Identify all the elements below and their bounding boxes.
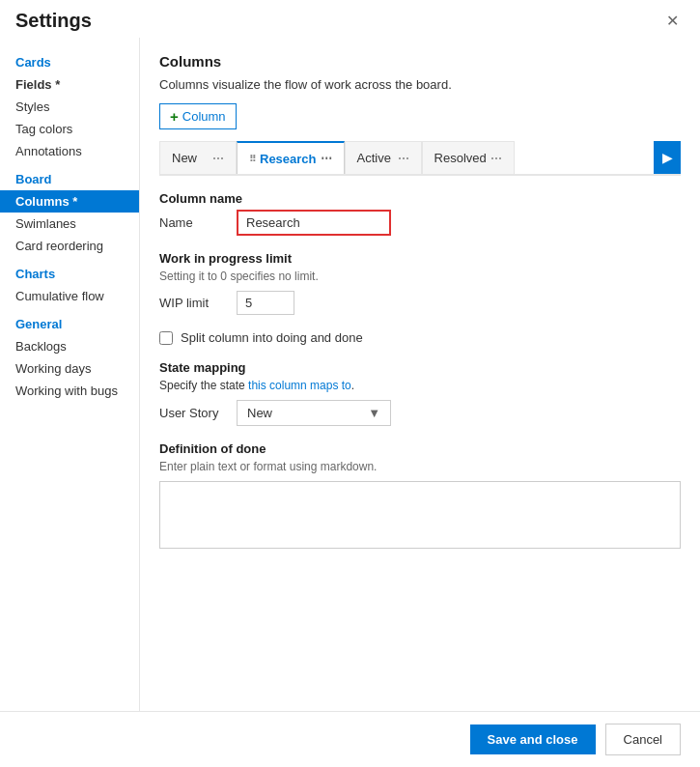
add-column-button[interactable]: + Column [159, 103, 237, 129]
user-story-value: New [247, 406, 272, 420]
chevron-down-icon: ▼ [368, 406, 380, 420]
sidebar-item-backlogs[interactable]: Backlogs [0, 335, 139, 357]
split-column-label[interactable]: Split column into doing and done [181, 330, 363, 345]
wip-label: WIP limit [159, 296, 227, 310]
tab-new[interactable]: New ⋯ [159, 141, 237, 174]
drag-icon: ⠿ [249, 154, 256, 164]
tab-resolved-label: Resolved [434, 151, 487, 165]
sidebar-item-columns[interactable]: Columns * [0, 190, 139, 213]
wip-input[interactable] [237, 291, 294, 315]
user-story-select[interactable]: New ▼ [237, 400, 391, 426]
settings-dialog: Settings ✕ Cards Fields * Styles Tag col… [0, 0, 700, 767]
sidebar-section-charts: Charts [0, 257, 139, 285]
sidebar-item-working-days[interactable]: Working days [0, 357, 139, 380]
markdown-link[interactable]: markdown [321, 460, 374, 473]
column-name-title: Column name [159, 191, 681, 206]
main-content: Columns Columns visualize the flow of wo… [140, 38, 700, 711]
dialog-footer: Save and close Cancel [0, 711, 700, 767]
user-story-row: User Story New ▼ [159, 400, 681, 426]
column-name-section: Column name Name [159, 191, 681, 236]
sidebar-item-card-reordering[interactable]: Card reordering [0, 235, 139, 257]
tabs-arrow-button[interactable]: ▶ [654, 141, 681, 174]
split-column-row: Split column into doing and done [159, 330, 681, 345]
sidebar-item-annotations[interactable]: Annotations [0, 140, 139, 162]
name-row: Name [159, 210, 681, 236]
page-title: Columns [159, 53, 681, 70]
sidebar-item-styles[interactable]: Styles [0, 96, 139, 118]
dod-textarea[interactable] [159, 481, 681, 549]
dialog-header: Settings ✕ [0, 0, 700, 38]
tab-research-more-icon[interactable]: ⋯ [321, 152, 332, 165]
sidebar-item-cumulative-flow[interactable]: Cumulative flow [0, 285, 139, 307]
wip-row: WIP limit [159, 291, 681, 315]
dialog-title: Settings [15, 10, 92, 32]
close-button[interactable]: ✕ [660, 12, 685, 31]
wip-description: Setting it to 0 specifies no limit. [159, 270, 681, 283]
tab-active-more-icon[interactable]: ⋯ [398, 152, 409, 165]
sidebar: Cards Fields * Styles Tag colors Annotat… [0, 38, 140, 711]
dod-description: Enter plain text or format using markdow… [159, 460, 681, 473]
column-name-input[interactable] [237, 210, 391, 236]
tab-new-more-icon[interactable]: ⋯ [212, 152, 224, 165]
state-mapping-title: State mapping [159, 360, 681, 375]
state-mapping-section: State mapping Specify the state this col… [159, 360, 681, 426]
wip-section: Work in progress limit Setting it to 0 s… [159, 251, 681, 315]
tab-resolved-more-icon[interactable]: ⋯ [490, 152, 502, 165]
wip-title: Work in progress limit [159, 251, 681, 266]
sidebar-item-fields[interactable]: Fields * [0, 73, 139, 96]
name-label: Name [159, 215, 227, 230]
sidebar-section-general: General [0, 307, 139, 335]
tab-active-label: Active [357, 151, 391, 165]
sidebar-item-tag-colors[interactable]: Tag colors [0, 118, 139, 140]
section-description: Columns visualize the flow of work acros… [159, 77, 681, 92]
columns-tabs: New ⋯ ⠿ Research ⋯ Active ⋯ Resolved ⋯ ▶ [159, 141, 681, 176]
tab-research-label: Research [260, 152, 317, 166]
dod-section: Definition of done Enter plain text or f… [159, 441, 681, 552]
tab-active[interactable]: Active ⋯ [345, 141, 422, 174]
tab-research[interactable]: ⠿ Research ⋯ [237, 141, 345, 176]
state-mapping-description: Specify the state this column maps to. [159, 379, 681, 392]
dialog-body: Cards Fields * Styles Tag colors Annotat… [0, 38, 700, 711]
sidebar-item-swimlanes[interactable]: Swimlanes [0, 213, 139, 235]
add-column-label: Column [182, 109, 226, 124]
user-story-label: User Story [159, 406, 227, 420]
dod-title: Definition of done [159, 441, 681, 456]
sidebar-section-board: Board [0, 162, 139, 190]
plus-icon: + [170, 108, 179, 125]
cancel-button[interactable]: Cancel [605, 724, 681, 755]
split-column-checkbox[interactable] [159, 331, 173, 345]
sidebar-item-working-with-bugs[interactable]: Working with bugs [0, 380, 139, 402]
state-mapping-link[interactable]: this column maps to [248, 379, 351, 392]
sidebar-section-cards: Cards [0, 45, 139, 73]
tab-new-label: New [172, 151, 197, 165]
save-and-close-button[interactable]: Save and close [470, 724, 596, 754]
tab-resolved[interactable]: Resolved ⋯ [422, 141, 515, 174]
